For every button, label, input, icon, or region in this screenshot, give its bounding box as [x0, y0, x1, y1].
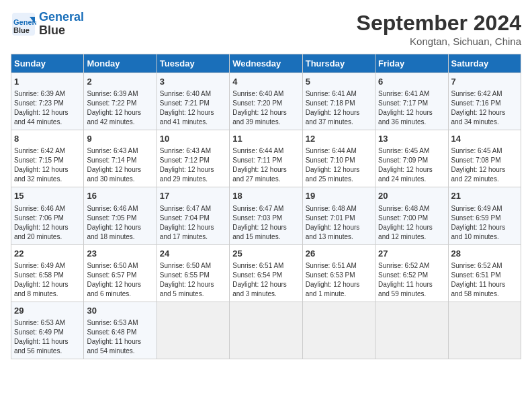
day-number: 19 — [306, 190, 372, 202]
calendar-cell: 26Sunrise: 6:51 AM Sunset: 6:53 PM Dayli… — [302, 244, 375, 302]
day-number: 14 — [451, 133, 518, 145]
calendar-cell: 15Sunrise: 6:46 AM Sunset: 7:06 PM Dayli… — [11, 187, 84, 244]
calendar-week-4: 29Sunrise: 6:53 AM Sunset: 6:49 PM Dayli… — [11, 302, 521, 359]
logo: General Blue GeneralBlue — [11, 11, 84, 38]
calendar-cell: 10Sunrise: 6:43 AM Sunset: 7:12 PM Dayli… — [157, 130, 229, 187]
day-number: 21 — [451, 190, 518, 202]
calendar-cell: 1Sunrise: 6:39 AM Sunset: 7:23 PM Daylig… — [11, 73, 84, 130]
day-number: 29 — [14, 305, 81, 317]
calendar-cell: 22Sunrise: 6:49 AM Sunset: 6:58 PM Dayli… — [11, 244, 84, 302]
day-info: Sunrise: 6:49 AM Sunset: 6:58 PM Dayligh… — [14, 261, 81, 299]
day-number: 26 — [306, 248, 372, 260]
calendar-cell: 11Sunrise: 6:44 AM Sunset: 7:11 PM Dayli… — [230, 130, 302, 187]
day-info: Sunrise: 6:41 AM Sunset: 7:17 PM Dayligh… — [378, 89, 445, 127]
day-number: 13 — [378, 133, 445, 145]
day-info: Sunrise: 6:43 AM Sunset: 7:12 PM Dayligh… — [160, 146, 226, 184]
day-info: Sunrise: 6:47 AM Sunset: 7:03 PM Dayligh… — [232, 204, 299, 242]
calendar-cell: 8Sunrise: 6:42 AM Sunset: 7:15 PM Daylig… — [11, 130, 84, 187]
day-number: 5 — [306, 76, 372, 88]
weekday-header-wednesday: Wednesday — [230, 54, 302, 73]
calendar-table: SundayMondayTuesdayWednesdayThursdayFrid… — [11, 54, 521, 359]
calendar-week-0: 1Sunrise: 6:39 AM Sunset: 7:23 PM Daylig… — [11, 73, 521, 130]
location: Kongtan, Sichuan, China — [357, 36, 521, 47]
day-info: Sunrise: 6:44 AM Sunset: 7:10 PM Dayligh… — [306, 146, 372, 184]
calendar-cell: 20Sunrise: 6:48 AM Sunset: 7:00 PM Dayli… — [375, 187, 448, 244]
calendar-cell: 3Sunrise: 6:40 AM Sunset: 7:21 PM Daylig… — [157, 73, 229, 130]
day-info: Sunrise: 6:53 AM Sunset: 6:49 PM Dayligh… — [14, 318, 81, 356]
day-number: 22 — [14, 248, 81, 260]
weekday-header-row: SundayMondayTuesdayWednesdayThursdayFrid… — [11, 54, 521, 73]
calendar-cell: 30Sunrise: 6:53 AM Sunset: 6:48 PM Dayli… — [84, 302, 157, 359]
calendar-cell — [230, 302, 302, 359]
day-number: 24 — [160, 248, 226, 260]
day-info: Sunrise: 6:45 AM Sunset: 7:09 PM Dayligh… — [378, 146, 445, 184]
day-info: Sunrise: 6:50 AM Sunset: 6:57 PM Dayligh… — [87, 261, 153, 299]
calendar-cell: 12Sunrise: 6:44 AM Sunset: 7:10 PM Dayli… — [302, 130, 375, 187]
day-number: 7 — [451, 76, 518, 88]
calendar-cell: 21Sunrise: 6:49 AM Sunset: 6:59 PM Dayli… — [448, 187, 521, 244]
day-info: Sunrise: 6:39 AM Sunset: 7:22 PM Dayligh… — [87, 89, 153, 127]
day-number: 1 — [14, 76, 81, 88]
day-number: 27 — [378, 248, 445, 260]
day-number: 4 — [232, 76, 299, 88]
day-info: Sunrise: 6:44 AM Sunset: 7:11 PM Dayligh… — [232, 146, 299, 184]
month-title: September 2024 — [357, 11, 521, 36]
day-number: 2 — [87, 76, 153, 88]
day-number: 12 — [306, 133, 372, 145]
day-info: Sunrise: 6:51 AM Sunset: 6:54 PM Dayligh… — [232, 261, 299, 299]
day-info: Sunrise: 6:42 AM Sunset: 7:15 PM Dayligh… — [14, 146, 81, 184]
calendar-cell: 9Sunrise: 6:43 AM Sunset: 7:14 PM Daylig… — [84, 130, 157, 187]
day-info: Sunrise: 6:45 AM Sunset: 7:08 PM Dayligh… — [451, 146, 518, 184]
calendar-cell: 18Sunrise: 6:47 AM Sunset: 7:03 PM Dayli… — [230, 187, 302, 244]
calendar-cell — [448, 302, 521, 359]
day-number: 25 — [232, 248, 299, 260]
day-info: Sunrise: 6:43 AM Sunset: 7:14 PM Dayligh… — [87, 146, 153, 184]
day-info: Sunrise: 6:53 AM Sunset: 6:48 PM Dayligh… — [87, 318, 153, 356]
day-info: Sunrise: 6:41 AM Sunset: 7:18 PM Dayligh… — [306, 89, 372, 127]
calendar-week-1: 8Sunrise: 6:42 AM Sunset: 7:15 PM Daylig… — [11, 130, 521, 187]
calendar-cell: 4Sunrise: 6:40 AM Sunset: 7:20 PM Daylig… — [230, 73, 302, 130]
day-info: Sunrise: 6:48 AM Sunset: 7:00 PM Dayligh… — [378, 204, 445, 242]
logo-icon: General Blue — [11, 11, 36, 37]
calendar-cell — [375, 302, 448, 359]
calendar-cell: 29Sunrise: 6:53 AM Sunset: 6:49 PM Dayli… — [11, 302, 84, 359]
day-info: Sunrise: 6:52 AM Sunset: 6:51 PM Dayligh… — [451, 261, 518, 299]
day-info: Sunrise: 6:48 AM Sunset: 7:01 PM Dayligh… — [306, 204, 372, 242]
day-info: Sunrise: 6:47 AM Sunset: 7:04 PM Dayligh… — [160, 204, 226, 242]
day-number: 30 — [87, 305, 153, 317]
day-number: 23 — [87, 248, 153, 260]
calendar-cell: 25Sunrise: 6:51 AM Sunset: 6:54 PM Dayli… — [230, 244, 302, 302]
day-number: 11 — [232, 133, 299, 145]
calendar-cell: 23Sunrise: 6:50 AM Sunset: 6:57 PM Dayli… — [84, 244, 157, 302]
calendar-cell: 27Sunrise: 6:52 AM Sunset: 6:52 PM Dayli… — [375, 244, 448, 302]
day-number: 17 — [160, 190, 226, 202]
calendar-cell — [157, 302, 229, 359]
day-info: Sunrise: 6:40 AM Sunset: 7:21 PM Dayligh… — [160, 89, 226, 127]
day-number: 16 — [87, 190, 153, 202]
day-number: 18 — [232, 190, 299, 202]
title-block: September 2024 Kongtan, Sichuan, China — [357, 11, 521, 47]
day-info: Sunrise: 6:49 AM Sunset: 6:59 PM Dayligh… — [451, 204, 518, 242]
day-number: 3 — [160, 76, 226, 88]
day-info: Sunrise: 6:52 AM Sunset: 6:52 PM Dayligh… — [378, 261, 445, 299]
calendar-cell — [302, 302, 375, 359]
day-number: 15 — [14, 190, 81, 202]
calendar-cell: 19Sunrise: 6:48 AM Sunset: 7:01 PM Dayli… — [302, 187, 375, 244]
calendar-cell: 13Sunrise: 6:45 AM Sunset: 7:09 PM Dayli… — [375, 130, 448, 187]
svg-text:Blue: Blue — [13, 26, 30, 34]
calendar-week-3: 22Sunrise: 6:49 AM Sunset: 6:58 PM Dayli… — [11, 244, 521, 302]
calendar-cell: 24Sunrise: 6:50 AM Sunset: 6:55 PM Dayli… — [157, 244, 229, 302]
day-info: Sunrise: 6:39 AM Sunset: 7:23 PM Dayligh… — [14, 89, 81, 127]
logo-text: GeneralBlue — [39, 11, 84, 38]
day-number: 20 — [378, 190, 445, 202]
day-info: Sunrise: 6:46 AM Sunset: 7:06 PM Dayligh… — [14, 204, 81, 242]
weekday-header-saturday: Saturday — [448, 54, 521, 73]
day-info: Sunrise: 6:40 AM Sunset: 7:20 PM Dayligh… — [232, 89, 299, 127]
calendar-cell: 28Sunrise: 6:52 AM Sunset: 6:51 PM Dayli… — [448, 244, 521, 302]
day-info: Sunrise: 6:42 AM Sunset: 7:16 PM Dayligh… — [451, 89, 518, 127]
weekday-header-thursday: Thursday — [302, 54, 375, 73]
calendar-cell: 17Sunrise: 6:47 AM Sunset: 7:04 PM Dayli… — [157, 187, 229, 244]
weekday-header-sunday: Sunday — [11, 54, 84, 73]
calendar-cell: 5Sunrise: 6:41 AM Sunset: 7:18 PM Daylig… — [302, 73, 375, 130]
calendar-cell: 6Sunrise: 6:41 AM Sunset: 7:17 PM Daylig… — [375, 73, 448, 130]
